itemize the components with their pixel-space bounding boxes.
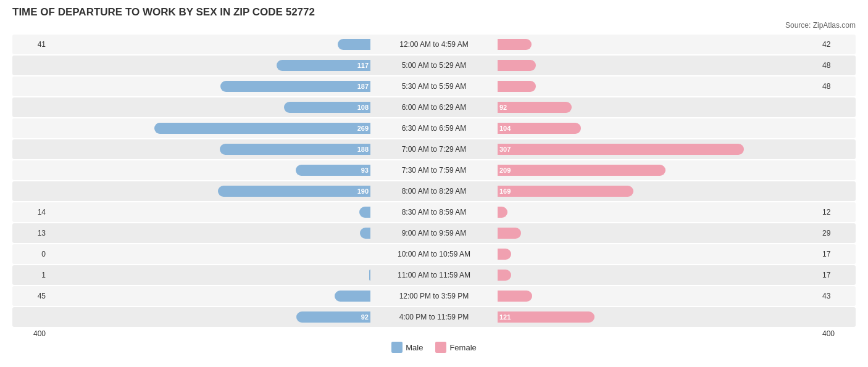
female-bar xyxy=(498,39,532,50)
male-bar xyxy=(338,39,370,50)
male-value-inside: 93 xyxy=(361,167,369,174)
legend-male: Male xyxy=(391,342,423,353)
female-bar xyxy=(498,270,511,281)
male-bar: 108 xyxy=(284,102,370,113)
male-value-inside: 187 xyxy=(357,83,369,90)
female-bar-wrap xyxy=(496,205,819,219)
male-value-inside: 108 xyxy=(357,104,369,111)
chart-row: 117 5:00 AM to 5:29 AM 48 xyxy=(12,56,856,75)
female-value-inside: 104 xyxy=(499,125,511,132)
male-bar-wrap xyxy=(49,247,372,261)
chart-row: 14 8:30 AM to 8:59 AM 12 xyxy=(12,202,856,222)
time-label: 8:00 AM to 8:29 AM xyxy=(372,187,496,196)
male-bar xyxy=(360,228,370,239)
male-bar-wrap xyxy=(49,268,372,282)
chart-area: 41 12:00 AM to 4:59 AM 42 117 5:00 AM to… xyxy=(12,35,856,327)
male-value-inside: 92 xyxy=(361,313,369,321)
female-bar xyxy=(498,81,536,92)
female-bar-wrap: 169 xyxy=(496,184,819,198)
female-value-right: 48 xyxy=(819,82,856,91)
male-bar: 269 xyxy=(154,123,370,134)
axis-right-label: 400 xyxy=(819,329,856,338)
time-label: 7:00 AM to 7:29 AM xyxy=(372,145,496,154)
male-bar-wrap: 92 xyxy=(49,310,372,324)
male-value-left: 14 xyxy=(12,208,49,216)
male-bar: 93 xyxy=(296,165,370,176)
female-bar-wrap: 121 xyxy=(496,310,819,324)
chart-row: 45 12:00 PM to 3:59 PM 43 xyxy=(12,286,856,306)
female-value-right: 48 xyxy=(819,61,856,70)
female-bar-wrap xyxy=(496,268,819,282)
male-bar-wrap xyxy=(49,226,372,240)
female-bar: 209 xyxy=(498,165,666,176)
chart-row: 1 11:00 AM to 11:59 AM 17 xyxy=(12,265,856,285)
time-label: 12:00 AM to 4:59 AM xyxy=(372,40,496,49)
axis-row: 400 400 xyxy=(12,329,856,338)
time-label: 11:00 AM to 11:59 AM xyxy=(372,271,496,279)
time-label: 10:00 AM to 10:59 AM xyxy=(372,250,496,258)
female-bar-wrap xyxy=(496,226,819,240)
time-label: 9:00 AM to 9:59 AM xyxy=(372,229,496,237)
chart-row: 190 8:00 AM to 8:29 AM 169 xyxy=(12,181,856,201)
female-value-inside: 307 xyxy=(499,146,511,153)
female-bar: 104 xyxy=(498,123,581,134)
female-value-inside: 121 xyxy=(499,313,511,321)
chart-row: 41 12:00 AM to 4:59 AM 42 xyxy=(12,35,856,54)
male-bar-wrap: 108 xyxy=(49,101,372,114)
male-value-left: 41 xyxy=(12,40,49,49)
time-label: 6:00 AM to 6:29 AM xyxy=(372,103,496,112)
axis-left-label: 400 xyxy=(12,329,49,338)
female-bar-wrap: 307 xyxy=(496,142,819,156)
male-bar xyxy=(335,291,371,302)
chart-row: 187 5:30 AM to 5:59 AM 48 xyxy=(12,76,856,96)
male-legend-box xyxy=(391,342,403,353)
male-value-left: 0 xyxy=(12,250,49,258)
source-label: Source: ZipAtlas.com xyxy=(12,21,856,30)
female-legend-label: Female xyxy=(449,343,476,352)
male-bar-wrap: 188 xyxy=(49,142,372,156)
female-bar: 307 xyxy=(498,144,744,155)
legend: Male Female xyxy=(12,342,856,353)
male-legend-label: Male xyxy=(406,343,423,352)
female-value-inside: 209 xyxy=(499,167,511,174)
chart-row: 269 6:30 AM to 6:59 AM 104 xyxy=(12,118,856,138)
female-bar xyxy=(498,228,521,239)
male-bar-wrap: 269 xyxy=(49,122,372,135)
time-label: 7:30 AM to 7:59 AM xyxy=(372,166,496,175)
male-bar-wrap: 190 xyxy=(49,184,372,198)
male-value-left: 45 xyxy=(12,292,49,300)
female-value-right: 43 xyxy=(819,292,856,300)
male-value-inside: 190 xyxy=(357,188,369,195)
time-label: 12:00 PM to 3:59 PM xyxy=(372,292,496,300)
male-value-inside: 269 xyxy=(357,125,369,132)
male-bar-wrap xyxy=(49,289,372,303)
female-value-right: 12 xyxy=(819,208,856,216)
male-bar: 117 xyxy=(277,60,370,71)
female-legend-box xyxy=(435,342,446,353)
female-bar-wrap xyxy=(496,38,819,51)
female-bar: 121 xyxy=(498,311,595,323)
female-bar xyxy=(498,249,511,260)
female-value-right: 17 xyxy=(819,271,856,279)
time-label: 6:30 AM to 6:59 AM xyxy=(372,124,496,133)
chart-row: 108 6:00 AM to 6:29 AM 92 xyxy=(12,97,856,117)
female-bar-wrap xyxy=(496,247,819,261)
male-bar-wrap: 93 xyxy=(49,163,372,177)
time-label: 8:30 AM to 8:59 AM xyxy=(372,208,496,216)
chart-row: 0 10:00 AM to 10:59 AM 17 xyxy=(12,244,856,264)
chart-title: TIME OF DEPARTURE TO WORK BY SEX IN ZIP … xyxy=(12,6,856,19)
male-bar-wrap xyxy=(49,205,372,219)
female-bar-wrap xyxy=(496,59,819,72)
chart-row: 92 4:00 PM to 11:59 PM 121 xyxy=(12,307,856,327)
male-bar xyxy=(369,270,370,281)
male-value-inside: 188 xyxy=(357,146,369,153)
time-label: 5:00 AM to 5:29 AM xyxy=(372,61,496,70)
female-bar: 92 xyxy=(498,102,572,113)
female-value-right: 29 xyxy=(819,229,856,237)
legend-female: Female xyxy=(435,342,476,353)
male-bar-wrap: 187 xyxy=(49,80,372,93)
female-value-inside: 169 xyxy=(499,188,511,195)
male-bar-wrap xyxy=(49,38,372,51)
female-bar xyxy=(498,207,507,218)
chart-row: 188 7:00 AM to 7:29 AM 307 xyxy=(12,139,856,159)
